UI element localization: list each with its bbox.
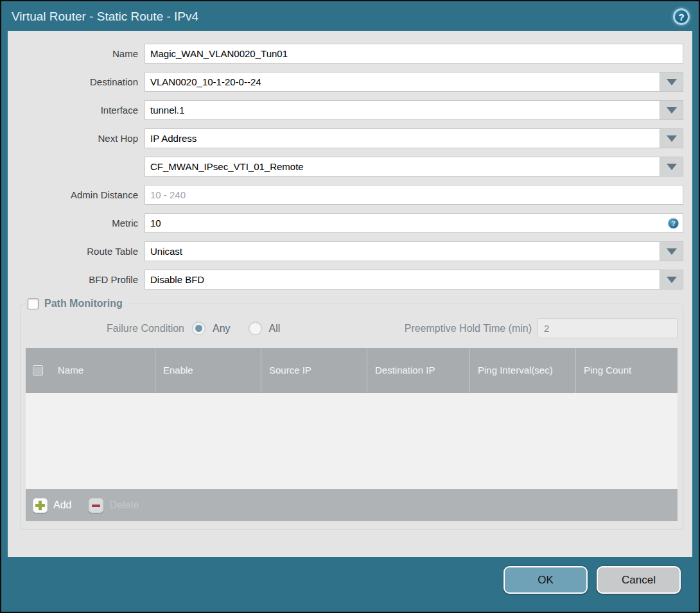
metric-label: Metric bbox=[8, 218, 144, 229]
name-input[interactable] bbox=[144, 44, 683, 64]
next-hop-type-select[interactable]: IP Address bbox=[144, 128, 683, 148]
column-header-enable: Enable bbox=[155, 348, 261, 393]
next-hop-label: Next Hop bbox=[8, 133, 144, 144]
column-header-destination-ip: Destination IP bbox=[367, 348, 469, 393]
destination-label: Destination bbox=[8, 76, 144, 87]
radio-any-label: Any bbox=[213, 323, 231, 334]
failure-condition-radio-group: Any All bbox=[192, 322, 280, 335]
table-header-checkbox-cell bbox=[26, 348, 50, 393]
preemptive-hold-time-input[interactable] bbox=[538, 318, 678, 338]
next-hop-address-select[interactable]: CF_MWAN_IPsec_VTI_01_Remote bbox=[144, 157, 683, 177]
metric-help-icon[interactable]: ? bbox=[668, 218, 679, 229]
failure-condition-option-any[interactable]: Any bbox=[192, 322, 231, 335]
table-header: Name Enable Source IP Destination IP Pin… bbox=[26, 348, 678, 393]
bfd-profile-row: BFD Profile Disable BFD bbox=[8, 270, 683, 289]
column-header-ping-count: Ping Count bbox=[575, 348, 678, 393]
add-button[interactable]: Add bbox=[33, 498, 71, 513]
next-hop-address-dropdown-button[interactable] bbox=[660, 157, 683, 176]
failure-condition-option-all[interactable]: All bbox=[249, 322, 281, 335]
chevron-down-icon bbox=[667, 248, 677, 255]
add-button-label: Add bbox=[53, 499, 71, 511]
ok-button[interactable]: OK bbox=[503, 566, 588, 594]
metric-row: Metric ? bbox=[8, 213, 683, 233]
admin-distance-input[interactable] bbox=[144, 185, 683, 205]
bfd-profile-select[interactable]: Disable BFD bbox=[144, 270, 683, 289]
dialog-title: Virtual Router - Static Route - IPv4 bbox=[12, 10, 198, 24]
table-toolbar: Add Delete bbox=[26, 489, 678, 521]
radio-all-label: All bbox=[269, 323, 281, 334]
titlebar: Virtual Router - Static Route - IPv4 ? bbox=[1, 1, 699, 31]
column-header-name: Name bbox=[50, 348, 155, 393]
next-hop-address-row: CF_MWAN_IPsec_VTI_01_Remote bbox=[8, 157, 683, 177]
bfd-profile-value: Disable BFD bbox=[145, 270, 660, 289]
chevron-down-icon bbox=[667, 277, 677, 283]
path-monitoring-legend: Path Monitoring bbox=[26, 298, 128, 309]
route-table-dropdown-button[interactable] bbox=[660, 242, 683, 261]
dialog-content: Name Destination VLAN0020_10-1-20-0--24 … bbox=[8, 31, 692, 557]
select-all-checkbox[interactable] bbox=[33, 365, 43, 376]
column-header-ping-interval: Ping Interval(sec) bbox=[469, 348, 575, 393]
route-table-label: Route Table bbox=[8, 246, 144, 257]
bfd-profile-dropdown-button[interactable] bbox=[660, 270, 683, 289]
next-hop-row: Next Hop IP Address bbox=[8, 128, 683, 148]
next-hop-address-value: CF_MWAN_IPsec_VTI_01_Remote bbox=[145, 157, 660, 176]
help-icon[interactable]: ? bbox=[673, 8, 690, 25]
radio-any[interactable] bbox=[192, 322, 206, 335]
interface-label: Interface bbox=[8, 105, 144, 116]
destination-row: Destination VLAN0020_10-1-20-0--24 bbox=[8, 72, 683, 92]
path-monitoring-controls: Failure Condition Any All Preemptive Hol… bbox=[26, 318, 678, 338]
destination-dropdown-button[interactable] bbox=[660, 73, 683, 91]
cancel-button[interactable]: Cancel bbox=[597, 566, 681, 594]
metric-input[interactable] bbox=[144, 213, 683, 233]
interface-dropdown-button[interactable] bbox=[660, 101, 683, 119]
path-monitoring-checkbox[interactable] bbox=[28, 298, 39, 309]
dialog-footer: OK Cancel bbox=[1, 557, 699, 612]
name-row: Name bbox=[8, 44, 683, 64]
static-route-dialog: Virtual Router - Static Route - IPv4 ? N… bbox=[0, 0, 700, 613]
admin-distance-row: Admin Distance bbox=[8, 185, 683, 205]
route-table-select[interactable]: Unicast bbox=[144, 241, 683, 261]
destination-select[interactable]: VLAN0020_10-1-20-0--24 bbox=[144, 72, 683, 92]
chevron-down-icon bbox=[667, 107, 677, 114]
path-monitoring-title: Path Monitoring bbox=[44, 298, 123, 309]
preemptive-hold-time-label: Preemptive Hold Time (min) bbox=[405, 323, 538, 334]
route-table-value: Unicast bbox=[145, 242, 660, 261]
interface-row: Interface tunnel.1 bbox=[8, 100, 683, 120]
route-table-row: Route Table Unicast bbox=[8, 241, 683, 261]
path-monitoring-table: Name Enable Source IP Destination IP Pin… bbox=[26, 348, 678, 521]
add-plus-icon bbox=[33, 498, 48, 513]
radio-all[interactable] bbox=[249, 322, 262, 335]
column-header-source-ip: Source IP bbox=[261, 348, 367, 393]
chevron-down-icon bbox=[667, 135, 677, 142]
chevron-down-icon bbox=[667, 79, 677, 85]
failure-condition-label: Failure Condition bbox=[26, 323, 192, 334]
next-hop-type-value: IP Address bbox=[145, 129, 660, 148]
table-body-empty bbox=[26, 393, 678, 489]
interface-select[interactable]: tunnel.1 bbox=[144, 100, 683, 120]
destination-value: VLAN0020_10-1-20-0--24 bbox=[145, 73, 660, 91]
delete-button[interactable]: Delete bbox=[89, 498, 139, 513]
bfd-profile-label: BFD Profile bbox=[8, 274, 144, 285]
delete-minus-icon bbox=[89, 498, 103, 513]
interface-value: tunnel.1 bbox=[145, 101, 660, 119]
admin-distance-label: Admin Distance bbox=[8, 189, 144, 200]
next-hop-type-dropdown-button[interactable] bbox=[660, 129, 683, 148]
name-label: Name bbox=[8, 48, 144, 59]
chevron-down-icon bbox=[667, 164, 677, 170]
path-monitoring-fieldset: Path Monitoring Failure Condition Any Al… bbox=[21, 298, 683, 530]
delete-button-label: Delete bbox=[109, 499, 139, 511]
